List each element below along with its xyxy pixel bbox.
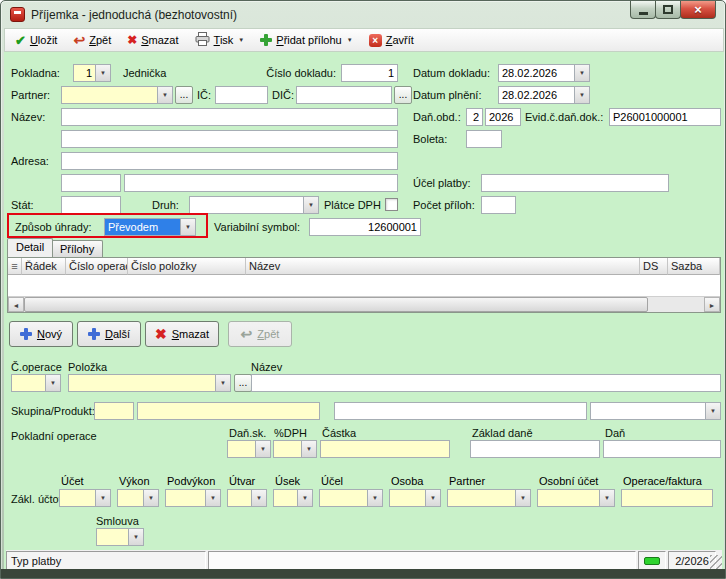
dropdown-arrow-icon[interactable]: ▼ <box>45 375 60 391</box>
dropdown-arrow-icon[interactable]: ▼ <box>574 65 589 81</box>
delete-button[interactable]: ✖ Smazat <box>120 31 185 49</box>
c-operace-combo[interactable]: ▼ <box>11 374 61 392</box>
podvykon-combo[interactable]: ▼ <box>165 489 221 507</box>
ucel-combo[interactable]: ▼ <box>319 489 383 507</box>
dropdown-arrow-icon[interactable]: ▼ <box>251 490 266 506</box>
add-attachment-button[interactable]: Přidat přílohu ▼ <box>253 31 359 49</box>
dan-obd-period-input[interactable] <box>466 108 483 126</box>
title-bar[interactable]: Příjemka - jednoduchá (bezhotovostní) × <box>1 1 725 28</box>
utvar-combo[interactable]: ▼ <box>227 489 267 507</box>
grid-column-cislo-operace[interactable]: Číslo operace <box>66 258 128 275</box>
close-window-button[interactable]: × Zavřít <box>362 31 421 50</box>
osoba-combo[interactable]: ▼ <box>389 489 441 507</box>
nazev-input-1[interactable] <box>61 108 398 126</box>
osobni-ucet-combo[interactable]: ▼ <box>537 489 615 507</box>
adresa-input-1[interactable] <box>61 152 398 170</box>
grid-horizontal-scrollbar[interactable]: ◄ ► <box>8 296 720 312</box>
grid-column-ds[interactable]: DS <box>640 258 668 275</box>
dropdown-arrow-icon[interactable]: ▼ <box>599 490 614 506</box>
dropdown-arrow-icon[interactable]: ▼ <box>301 441 316 457</box>
dropdown-arrow-icon[interactable]: ▼ <box>205 490 220 506</box>
app-icon[interactable] <box>10 7 25 22</box>
dan-sk-combo[interactable]: ▼ <box>227 440 271 458</box>
dropdown-arrow-icon[interactable]: ▼ <box>515 490 530 506</box>
vykon-combo[interactable]: ▼ <box>117 489 159 507</box>
produkt-input[interactable] <box>334 402 587 420</box>
detail-nazev-input[interactable] <box>251 374 721 392</box>
dph-combo[interactable]: ▼ <box>273 440 317 458</box>
boleta-input[interactable] <box>466 130 502 148</box>
zakl-partner-combo[interactable]: ▼ <box>447 489 531 507</box>
dropdown-arrow-icon[interactable]: ▼ <box>215 375 230 391</box>
partner-combo[interactable]: ▼ <box>61 86 173 104</box>
delete-row-button[interactable]: ✖ Smazat <box>145 321 219 347</box>
dropdown-arrow-icon[interactable]: ▼ <box>367 490 382 506</box>
dropdown-arrow-icon[interactable]: ▼ <box>255 441 270 457</box>
skupina-input-2[interactable] <box>137 402 320 420</box>
grid-column-sazba[interactable]: Sazba <box>668 258 720 275</box>
grid-column-cislo-polozky[interactable]: Číslo položky <box>128 258 246 275</box>
tab-prilohy[interactable]: Přílohy <box>51 240 103 257</box>
skupina-input-1[interactable] <box>94 402 134 420</box>
pocet-priloh-input[interactable] <box>481 196 516 214</box>
undo-row-button[interactable]: ↩ Zpět <box>228 321 292 347</box>
dan-obd-year-input[interactable] <box>485 108 521 126</box>
stat-input[interactable] <box>61 196 121 214</box>
grid-body[interactable] <box>8 275 720 297</box>
dic-browse-button[interactable]: ... <box>394 86 412 104</box>
produkt-combo[interactable]: ▼ <box>590 402 721 420</box>
polozka-combo[interactable]: ▼ <box>68 374 231 392</box>
attachment-dropdown-arrow-icon[interactable]: ▼ <box>347 37 353 43</box>
tab-detail[interactable]: Detail <box>7 238 53 257</box>
polozka-browse-button[interactable]: ... <box>234 374 252 392</box>
castka-input[interactable] <box>320 440 450 458</box>
ucel-platby-input[interactable] <box>481 174 669 192</box>
zpusob-uhrady-combo[interactable]: Převodem ▼ <box>104 218 196 236</box>
druh-combo[interactable]: ▼ <box>189 196 319 214</box>
dropdown-arrow-icon[interactable]: ▼ <box>95 490 110 506</box>
ic-input[interactable] <box>215 86 268 104</box>
maximize-button[interactable] <box>655 1 681 19</box>
scroll-left-button[interactable]: ◄ <box>8 297 24 312</box>
datum-dokladu-combo[interactable]: 28.02.2026 ▼ <box>498 64 590 82</box>
partner-browse-button[interactable]: ... <box>175 86 193 104</box>
next-row-button[interactable]: Další <box>77 321 141 347</box>
operace-faktura-input[interactable] <box>621 489 713 507</box>
minimize-button[interactable] <box>630 1 656 19</box>
ucet-combo[interactable]: ▼ <box>59 489 111 507</box>
cislo-dokladu-input[interactable] <box>341 64 398 82</box>
print-dropdown-arrow-icon[interactable]: ▼ <box>238 37 244 43</box>
undo-button[interactable]: ↩ Zpět <box>66 30 118 50</box>
datum-plneni-combo[interactable]: 28.02.2026 ▼ <box>498 86 590 104</box>
evid-input[interactable] <box>609 108 721 126</box>
nazev-input-2[interactable] <box>61 130 398 148</box>
scroll-right-button[interactable]: ► <box>704 297 720 312</box>
dropdown-arrow-icon[interactable]: ▼ <box>180 219 195 235</box>
usek-combo[interactable]: ▼ <box>273 489 313 507</box>
dropdown-arrow-icon[interactable]: ▼ <box>95 65 110 81</box>
smlouva-combo[interactable]: ▼ <box>96 528 144 546</box>
dropdown-arrow-icon[interactable]: ▼ <box>705 403 720 419</box>
zaklad-dane-input[interactable] <box>470 440 600 458</box>
scrollbar-thumb[interactable] <box>24 297 648 312</box>
adresa-input-3[interactable] <box>124 174 398 192</box>
variabilni-symbol-input[interactable] <box>309 218 421 236</box>
dropdown-arrow-icon[interactable]: ▼ <box>143 490 158 506</box>
save-button[interactable]: ✔ Uložit <box>8 31 64 50</box>
grid-column-nazev[interactable]: Název <box>246 258 640 275</box>
adresa-input-2[interactable] <box>61 174 121 192</box>
dan-input[interactable] <box>603 440 721 458</box>
dropdown-arrow-icon[interactable]: ▼ <box>574 87 589 103</box>
close-button[interactable]: × <box>680 1 716 19</box>
resize-grip[interactable] <box>710 555 722 569</box>
pokladna-combo[interactable]: 1 ▼ <box>73 64 111 82</box>
grid-column-radek[interactable]: Řádek <box>22 258 66 275</box>
dropdown-arrow-icon[interactable]: ▼ <box>157 87 172 103</box>
print-button[interactable]: Tisk ▼ <box>188 29 252 51</box>
dropdown-arrow-icon[interactable]: ▼ <box>297 490 312 506</box>
dropdown-arrow-icon[interactable]: ▼ <box>303 197 318 213</box>
dropdown-arrow-icon[interactable]: ▼ <box>128 529 143 545</box>
new-row-button[interactable]: Nový <box>9 321 73 347</box>
dropdown-arrow-icon[interactable]: ▼ <box>425 490 440 506</box>
platce-dph-checkbox[interactable] <box>385 198 398 211</box>
